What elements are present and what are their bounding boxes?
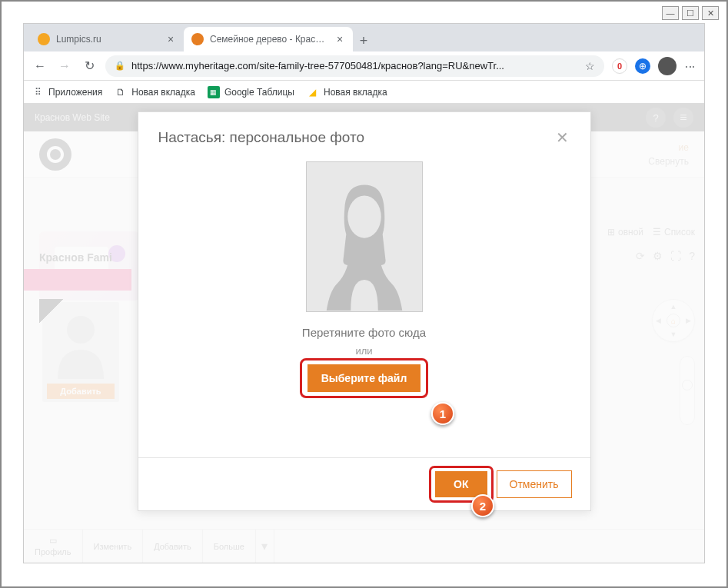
forward-button[interactable]: → xyxy=(56,58,73,75)
close-icon[interactable]: × xyxy=(165,34,176,45)
lock-icon: 🔒 xyxy=(115,61,125,71)
browser-toolbar: ← → ↻ 🔒 https://www.myheritage.com/site-… xyxy=(24,51,704,81)
close-icon[interactable]: × xyxy=(334,34,345,45)
modal-header: Настасья: персональное фото ✕ xyxy=(138,112,590,154)
bookmark-label: Google Таблицы xyxy=(224,87,294,98)
modal-close-button[interactable]: ✕ xyxy=(555,130,570,145)
tab-myheritage[interactable]: Семейное дерево - Краснов We × xyxy=(184,27,353,51)
svg-point-2 xyxy=(347,195,381,238)
browser-frame: Lumpics.ru × Семейное дерево - Краснов W… xyxy=(23,23,705,563)
address-bar[interactable]: 🔒 https://www.myheritage.com/site-family… xyxy=(105,55,604,77)
annotation-marker-2: 2 xyxy=(471,494,494,517)
window-minimize[interactable]: — xyxy=(662,6,679,20)
bookmark-newtab2[interactable]: ◢ Новая вкладка xyxy=(307,86,387,98)
page-icon: ◢ xyxy=(307,86,319,98)
bookmark-label: Новая вкладка xyxy=(131,87,195,98)
tab-title: Семейное дерево - Краснов We xyxy=(210,34,328,45)
annotation-marker-1: 1 xyxy=(431,402,454,425)
profile-avatar[interactable] xyxy=(658,57,676,75)
window-close[interactable]: ✕ xyxy=(702,6,719,20)
bookmark-star-icon[interactable]: ☆ xyxy=(585,60,595,72)
or-label: или xyxy=(355,345,372,357)
favicon-icon xyxy=(191,33,204,45)
bookmark-apps[interactable]: ⠿ Приложения xyxy=(32,86,102,98)
modal-overlay: Настасья: персональное фото ✕ xyxy=(24,104,704,563)
select-file-wrapper: Выберите файл xyxy=(307,364,421,392)
ok-wrapper: ОК xyxy=(435,471,487,497)
new-tab-button[interactable]: + xyxy=(353,30,374,51)
tab-title: Lumpics.ru xyxy=(56,34,159,45)
bookmark-sheets[interactable]: ▦ Google Таблицы xyxy=(208,86,294,98)
female-silhouette-icon xyxy=(307,162,422,311)
modal-body: Перетяните фото сюда или Выберите файл xyxy=(138,154,590,457)
modal-footer: ОК Отменить xyxy=(138,457,590,510)
page-icon: 🗋 xyxy=(115,86,127,98)
reload-button[interactable]: ↻ xyxy=(81,58,98,75)
back-button[interactable]: ← xyxy=(32,58,48,75)
annotation-highlight xyxy=(300,358,429,398)
bookmark-newtab[interactable]: 🗋 Новая вкладка xyxy=(115,86,195,98)
sheets-icon: ▦ xyxy=(208,86,220,98)
extension-icon[interactable]: 0 xyxy=(612,58,627,74)
tab-strip: Lumpics.ru × Семейное дерево - Краснов W… xyxy=(24,24,704,51)
apps-icon: ⠿ xyxy=(32,86,44,98)
bookmarks-bar: ⠿ Приложения 🗋 Новая вкладка ▦ Google Та… xyxy=(24,81,704,104)
page-content: Краснов Web Site ? ≡ ие Свернуть xyxy=(24,104,704,563)
url-text: https://www.myheritage.com/site-family-t… xyxy=(131,60,579,71)
favicon-icon xyxy=(38,33,50,45)
bookmark-label: Приложения xyxy=(48,87,102,98)
window-controls: — ☐ ✕ xyxy=(662,6,719,20)
photo-upload-modal: Настасья: персональное фото ✕ xyxy=(138,111,591,511)
extension-icon[interactable]: ⊕ xyxy=(635,58,650,74)
photo-dropzone[interactable] xyxy=(306,161,423,312)
modal-title: Настасья: персональное фото xyxy=(158,129,365,146)
tab-lumpics[interactable]: Lumpics.ru × xyxy=(30,27,184,51)
dropzone-label: Перетяните фото сюда xyxy=(302,326,426,339)
bookmark-label: Новая вкладка xyxy=(324,87,387,98)
browser-menu-icon[interactable]: ⋮ xyxy=(684,61,696,71)
window-maximize[interactable]: ☐ xyxy=(682,6,699,20)
cancel-button[interactable]: Отменить xyxy=(497,470,572,498)
app-window: — ☐ ✕ Lumpics.ru × Семейное дерево - Кра… xyxy=(0,0,728,588)
